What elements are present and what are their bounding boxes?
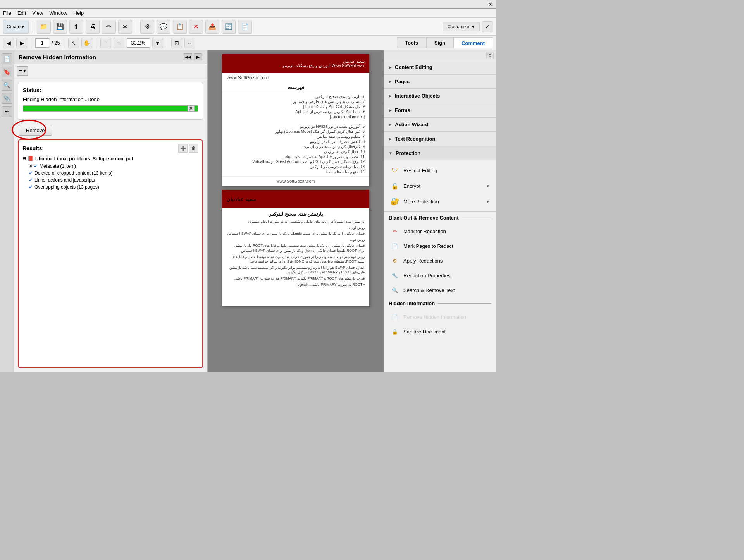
expand-button[interactable]: ⤢ [482,21,493,32]
pdf-page2-para5: فضای خانگی پارتیشن را با یک پارتیشن بوت … [227,243,365,253]
panel-area: Remove Hidden Information ◀◀ ▶ ☰▼ Status… [14,50,208,372]
menu-edit[interactable]: Edit [17,10,26,16]
content-editing-label: Content Editing [395,64,432,70]
tree-links-text: Links, actions and javascripts [34,177,95,183]
page-separator: / 25 [52,40,60,46]
zoom-out[interactable]: － [100,38,111,48]
customize-button[interactable]: Customize ▼ [443,22,480,31]
comment-button[interactable]: 💬 [157,20,170,34]
create-button[interactable]: Create ▼ [3,20,29,34]
pdf-page2-para7: اندازه فضای SWAP هم را با اندازه رم سیست… [227,265,365,275]
hand-tool[interactable]: ✋ [81,38,92,48]
redaction-properties-label: Redaction Properties [403,273,450,278]
results-tree: ⊟ 📕 Ubuntu_Linux_problems_Softgozar.com.… [22,156,198,190]
tree-deleted-text: Deleted or cropped content (13 items) [34,170,112,176]
progress-bar-fill [23,106,198,111]
pages-label: Pages [395,79,410,84]
results-add-button[interactable]: ➕ [178,144,188,153]
remove-button-container: Remove [19,125,207,136]
action-apply-redactions: ⚙ Apply Redactions [384,253,496,268]
toc-item-9: 9. غیرفعال کردن برنامه‌ها در زمان بوت [227,144,365,149]
email-button[interactable]: ✉ [118,20,132,34]
menu-file[interactable]: File [3,10,11,16]
sidebar-search-icon[interactable]: 🔍 [2,80,12,91]
left-sidebar: 📄 🔖 🔍 📎 ✒ [0,50,14,372]
action-remove-hidden-info: 📄 Remove Hidden Information [384,309,496,324]
export-button[interactable]: 📤 [205,20,219,34]
refresh-button[interactable]: 🔄 [222,20,236,34]
select-tool[interactable]: ↖ [68,38,79,48]
zoom-arrow[interactable]: ▼ [152,38,163,48]
menu-help[interactable]: Help [74,10,84,16]
forms-arrow: ▶ [389,108,392,112]
panel-menu-button[interactable]: ☰▼ [17,66,28,76]
pages-arrow: ▶ [389,79,392,84]
toc-item-12: 12. رفع مشکل حمل کردن USB و نصب Guest Ad… [227,160,365,164]
status-label: Status: [23,87,198,93]
remove-hidden-icon: 📄 [390,312,400,321]
results-remove-button[interactable]: 🗑 [189,144,198,153]
toc-item-3: ۳. حل مشکل Apt-Get و خطاک Lock | [227,105,365,109]
print-button[interactable]: 🖨 [86,20,100,34]
tab-comment[interactable]: Comment [453,37,493,48]
protection-label: Protection [396,150,420,156]
save-button[interactable]: 💾 [53,20,67,34]
protection-restrict-editing: 🛡 Restrict Editing [384,163,496,178]
sidebar-page-icon[interactable]: 📄 [2,53,12,64]
pdf-page2-header: سعید عبادتیان [222,190,369,208]
menu-window[interactable]: Window [49,10,67,16]
tree-metadata-check[interactable]: ✔ [34,163,38,169]
pdf-page1-url: www.SoftGozar.com [222,73,369,83]
reject-button[interactable]: ✕ [189,20,203,34]
section-text-recognition: ▶ Text Recognition [384,132,496,146]
remove-button[interactable]: Remove [19,125,52,136]
section-interactive-objects: ▶ Interactive Objects [384,89,496,103]
tree-metadata-text: Metadata (1 item) [40,163,76,169]
sidebar-sign-icon[interactable]: ✒ [2,106,12,117]
text-recognition-arrow: ▶ [389,137,392,141]
pdf-page-2: سعید عبادتیان پارتیشن بندی صحیح لینوکس پ… [222,190,369,306]
nav-back[interactable]: ◀ [3,38,14,48]
tree-deleted-check[interactable]: ✔ [29,170,33,176]
fit-width[interactable]: ↔ [184,38,195,48]
settings-button[interactable]: ⚙ [140,20,154,34]
restrict-editing-label: Restrict Editing [403,168,490,173]
sidebar-bookmark-icon[interactable]: 🔖 [2,67,12,77]
open-button[interactable]: 📁 [37,20,51,34]
tree-root-expand[interactable]: ⊟ [22,156,26,161]
tab-sign[interactable]: Sign [426,37,453,48]
tree-metadata-expand[interactable]: ⊞ [29,163,32,168]
toc-item-1: ۱. پارتیشن بندی صحیح لینوکس [227,94,365,99]
create-label: Create [7,24,21,29]
tree-root-item[interactable]: ⊟ 📕 Ubuntu_Linux_problems_Softgozar.com.… [22,156,198,161]
tab-tools[interactable]: Tools [397,37,426,48]
pdf-page2-para3: فضای خانگی را به یک پارتیشن برای نصب Ubu… [227,231,365,236]
zoom-in[interactable]: ＋ [114,38,124,48]
pdf-button[interactable]: 📄 [238,20,252,34]
toc-item-5: 5. آموزش نصب درایور NVidia در اوبونتو [227,124,365,129]
pdf-page2-para8: قدرت پارتیشن‌های ROOT و PRIMARY بگیرید P… [227,276,365,281]
toolbar-separator-2 [136,21,136,33]
stamp-button[interactable]: 📋 [173,20,187,34]
toolbar: Create ▼ 📁 💾 ⬆ 🖨 ✏ ✉ ⚙ 💬 📋 ✕ 📤 🔄 📄 Custo… [0,18,496,36]
sidebar-attachment-icon[interactable]: 📎 [2,93,12,104]
tree-links-check[interactable]: ✔ [29,177,33,183]
titlebar: ✕ [0,0,496,9]
panel-nav-prev[interactable]: ◀◀ [184,53,192,60]
page-number-input[interactable] [35,38,49,48]
tree-overlapping-check[interactable]: ✔ [29,184,33,190]
upload-button[interactable]: ⬆ [69,20,83,34]
pdf-page2-content: پارتیشن بندی صحیح لینوکس پارتیشن بندی مع… [222,208,369,291]
panel-nav-next[interactable]: ▶ [194,53,202,60]
interactive-label: Interactive Objects [395,93,440,99]
zoom-input[interactable] [127,38,150,48]
action-redaction-properties: 🔧 Redaction Properties [384,268,496,283]
close-icon[interactable]: ✕ [488,1,493,7]
nav-forward[interactable]: ▶ [16,38,27,48]
edit-button[interactable]: ✏ [102,20,116,34]
progress-close-button[interactable]: ✕ [188,105,195,112]
pdf-page1-header-title: Www.GoWebDev.ir آموزش و رفع مشکلات اوبون… [227,64,365,68]
fit-page[interactable]: ⊡ [171,38,182,48]
menu-view[interactable]: View [32,10,43,16]
section-action-wizard: ▶ Action Wizard [384,118,496,132]
